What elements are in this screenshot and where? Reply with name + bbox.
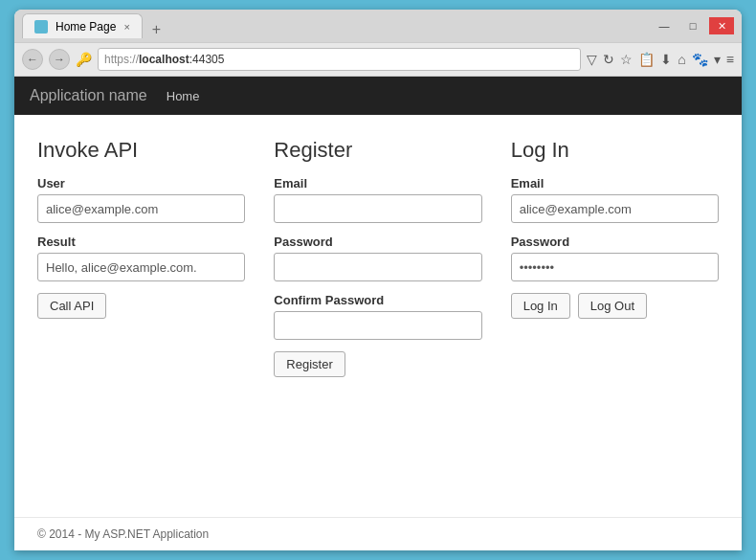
dropdown-icon[interactable]: ▽ <box>587 52 597 67</box>
nav-home-link[interactable]: Home <box>167 89 200 103</box>
register-password-label: Password <box>274 235 481 249</box>
login-email-label: Email <box>511 176 719 190</box>
tab-title: Home Page <box>56 20 116 34</box>
register-column: Register Email Password Confirm Password… <box>274 138 510 377</box>
browser-tab[interactable]: Home Page × <box>22 13 143 38</box>
download-icon[interactable]: ⬇ <box>660 52 672 67</box>
url-input[interactable]: https://localhost:44305 <box>98 48 581 71</box>
star-icon[interactable]: ☆ <box>620 52 633 67</box>
tab-area: Home Page × + <box>22 13 648 38</box>
back-button[interactable]: ← <box>22 49 43 70</box>
url-port: :44305 <box>189 53 225 66</box>
invoke-api-title: Invoke API <box>37 138 245 163</box>
new-tab-button[interactable]: + <box>146 21 167 38</box>
address-bar: ← → 🔑 https://localhost:44305 ▽ ↻ ☆ 📋 ⬇ … <box>14 42 742 77</box>
home-icon[interactable]: ⌂ <box>678 52 685 67</box>
forward-button[interactable]: → <box>49 49 70 70</box>
page-content: Invoke API User Result Hello, alice@exam… <box>14 115 742 517</box>
tab-close-button[interactable]: × <box>123 21 129 33</box>
login-password-input[interactable] <box>511 253 719 281</box>
login-title: Log In <box>511 138 719 163</box>
minimize-button[interactable]: — <box>652 17 677 34</box>
result-label: Result <box>37 235 245 249</box>
footer-text: © 2014 - My ASP.NET Application <box>37 527 209 541</box>
refresh-icon[interactable]: ↻ <box>603 52 614 67</box>
url-https: https:// <box>104 53 139 66</box>
user-input[interactable] <box>37 194 245 223</box>
bookmark-icon[interactable]: 📋 <box>638 52 655 67</box>
register-title: Register <box>274 138 481 163</box>
register-email-label: Email <box>274 176 481 190</box>
app-name: Application name <box>30 87 147 104</box>
result-box: Hello, alice@example.com. <box>37 253 245 281</box>
login-buttons: Log In Log Out <box>511 293 719 319</box>
title-bar: Home Page × + — □ ✕ <box>14 10 742 42</box>
login-email-input[interactable] <box>511 194 719 223</box>
login-column: Log In Email Password Log In Log Out <box>511 138 719 377</box>
extension-icon[interactable]: 🐾 <box>692 52 708 67</box>
close-button[interactable]: ✕ <box>709 17 734 34</box>
invoke-api-column: Invoke API User Result Hello, alice@exam… <box>37 138 274 377</box>
toolbar-icons: ▽ ↻ ☆ 📋 ⬇ ⌂ 🐾 ▾ ≡ <box>587 52 734 67</box>
menu-dropdown-icon[interactable]: ▾ <box>714 52 721 67</box>
maximize-button[interactable]: □ <box>680 17 705 34</box>
register-email-input[interactable] <box>274 194 481 223</box>
footer: © 2014 - My ASP.NET Application <box>14 517 742 550</box>
three-columns: Invoke API User Result Hello, alice@exam… <box>37 138 719 377</box>
user-label: User <box>37 176 245 190</box>
register-button[interactable]: Register <box>274 351 345 377</box>
confirm-password-label: Confirm Password <box>274 293 481 307</box>
logout-button[interactable]: Log Out <box>578 293 647 319</box>
tab-icon <box>34 20 48 34</box>
window-controls: — □ ✕ <box>652 17 734 34</box>
login-password-label: Password <box>511 235 719 249</box>
register-password-input[interactable] <box>274 253 481 281</box>
call-api-button[interactable]: Call API <box>37 293 106 319</box>
app-navbar: Application name Home <box>14 77 742 115</box>
url-host: localhost <box>139 53 189 66</box>
confirm-password-input[interactable] <box>274 311 481 340</box>
login-button[interactable]: Log In <box>511 293 570 319</box>
key-icon: 🔑 <box>76 52 92 67</box>
hamburger-icon[interactable]: ≡ <box>726 52 734 67</box>
